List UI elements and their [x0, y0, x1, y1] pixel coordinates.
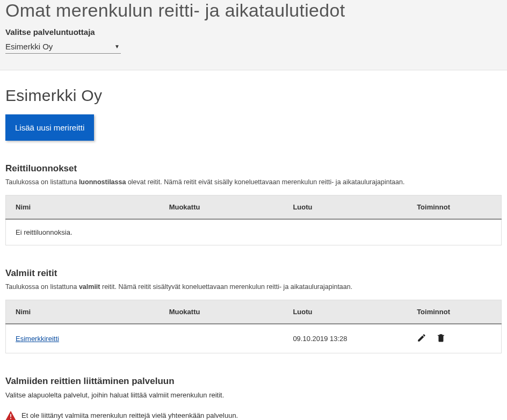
- page-title: Omat merenkulun reitti- ja aikataulutied…: [5, 0, 502, 21]
- edit-icon[interactable]: [417, 333, 426, 343]
- ready-description: Taulukossa on listattuna valmiit reitit.…: [5, 282, 502, 292]
- table-row: Esimerkkireitti 09.10.2019 13:28: [6, 324, 502, 353]
- route-link[interactable]: Esimerkkireitti: [16, 335, 59, 343]
- add-route-button[interactable]: Lisää uusi merireitti: [5, 114, 94, 141]
- svg-rect-1: [10, 418, 11, 419]
- provider-select[interactable]: Esimerkki Oy ▼: [5, 41, 121, 54]
- route-created: 09.10.2019 13:28: [283, 324, 407, 353]
- table-row: Ei reittiluonnoksia.: [6, 219, 502, 245]
- company-heading: Esimerkki Oy: [5, 86, 502, 105]
- dropdown-triangle-icon: ▼: [114, 44, 120, 49]
- warning-icon: [5, 411, 16, 421]
- drafts-col-modified: Muokattu: [160, 195, 284, 219]
- ready-col-actions: Toiminnot: [407, 300, 501, 324]
- header-section: Omat merenkulun reitti- ja aikataulutied…: [0, 0, 507, 70]
- provider-selected-value: Esimerkki Oy: [5, 42, 53, 51]
- ready-col-name: Nimi: [6, 300, 160, 324]
- svg-rect-0: [10, 414, 11, 417]
- drafts-col-name: Nimi: [6, 195, 160, 219]
- delete-icon[interactable]: [436, 333, 446, 343]
- attach-description: Valitse alapuolelta palvelut, joihin hal…: [5, 391, 502, 399]
- ready-col-modified: Muokattu: [160, 300, 284, 324]
- ready-heading: Valmiit reitit: [5, 268, 502, 279]
- route-modified: [160, 324, 284, 353]
- drafts-table: Nimi Muokattu Luotu Toiminnot Ei reittil…: [5, 195, 502, 245]
- ready-table: Nimi Muokattu Luotu Toiminnot Esimerkkir…: [5, 300, 502, 353]
- attach-heading: Valmiiden reittien liittäminen palveluun: [5, 376, 502, 387]
- warning-row: Et ole liittänyt valmiita merenkulun rei…: [5, 411, 502, 421]
- drafts-description: Taulukossa on listattuna luonnostilassa …: [5, 177, 502, 187]
- drafts-empty: Ei reittiluonnoksia.: [6, 219, 502, 245]
- ready-col-created: Luotu: [283, 300, 407, 324]
- warning-text: Et ole liittänyt valmiita merenkulun rei…: [21, 411, 238, 419]
- provider-label: Valitse palveluntuottaja: [5, 27, 502, 37]
- drafts-col-created: Luotu: [283, 195, 407, 219]
- drafts-col-actions: Toiminnot: [407, 195, 501, 219]
- drafts-heading: Reittiluonnokset: [5, 163, 502, 174]
